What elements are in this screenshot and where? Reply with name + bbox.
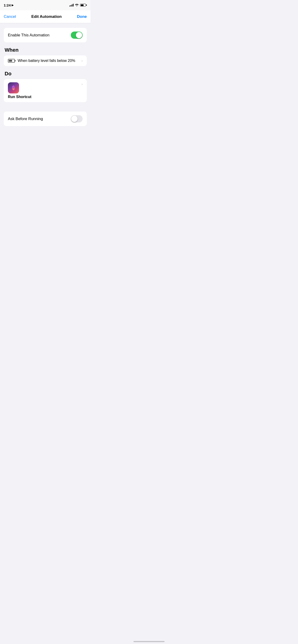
when-row[interactable]: When battery level falls below 20% › [4,56,87,66]
ask-before-running-label: Ask Before Running [8,116,43,121]
cancel-button[interactable]: Cancel [4,12,16,21]
ask-before-running-toggle[interactable] [71,115,83,122]
shortcuts-diamond-svg [10,84,17,91]
battery-fill [81,4,84,6]
wifi-icon [75,3,79,7]
signal-bar-4 [73,4,74,6]
main-content: Enable This Automation When When battery… [0,23,91,136]
done-button[interactable]: Done [77,12,87,21]
run-shortcut-label: Run Shortcut [8,95,31,99]
signal-bar-2 [71,5,71,6]
nav-title: Edit Automation [31,14,62,19]
signal-bar-3 [72,4,72,6]
battery-icon [80,4,86,6]
enable-automation-card: Enable This Automation [4,28,87,42]
run-shortcut-row[interactable]: › Run Shortcut [4,79,87,102]
when-row-text: When battery level falls below 20% [18,59,75,63]
do-section-header: Do [4,71,87,77]
do-card: › Run Shortcut [4,79,87,102]
battery-row-icon [8,59,15,62]
toggle-thumb [76,32,82,38]
enable-automation-label: Enable This Automation [8,33,50,38]
run-shortcut-row-inner: › [8,82,83,94]
ask-toggle-thumb [71,116,78,122]
spacer [4,107,87,112]
enable-automation-toggle[interactable] [71,32,83,39]
status-bar: 1:24 ▶ [0,0,91,10]
when-row-left: When battery level falls below 20% [8,59,75,63]
signal-bar-1 [69,6,70,6]
signal-bars-icon [69,4,74,6]
when-row-chevron: › [82,59,83,62]
battery-row-fill [9,60,12,62]
ask-before-running-card: Ask Before Running [4,112,87,126]
location-arrow-icon: ▶ [12,4,14,7]
nav-bar: Cancel Edit Automation Done [0,10,91,23]
shortcuts-app-icon [8,82,19,94]
status-time: 1:24 ▶ [4,3,14,7]
status-icons [69,3,86,7]
run-shortcut-chevron: › [82,82,83,86]
when-card: When battery level falls below 20% › [4,56,87,66]
time-display: 1:24 [4,3,11,7]
ask-before-running-row: Ask Before Running [4,112,87,126]
when-section-header: When [4,47,87,53]
enable-toggle-row: Enable This Automation [4,28,87,42]
